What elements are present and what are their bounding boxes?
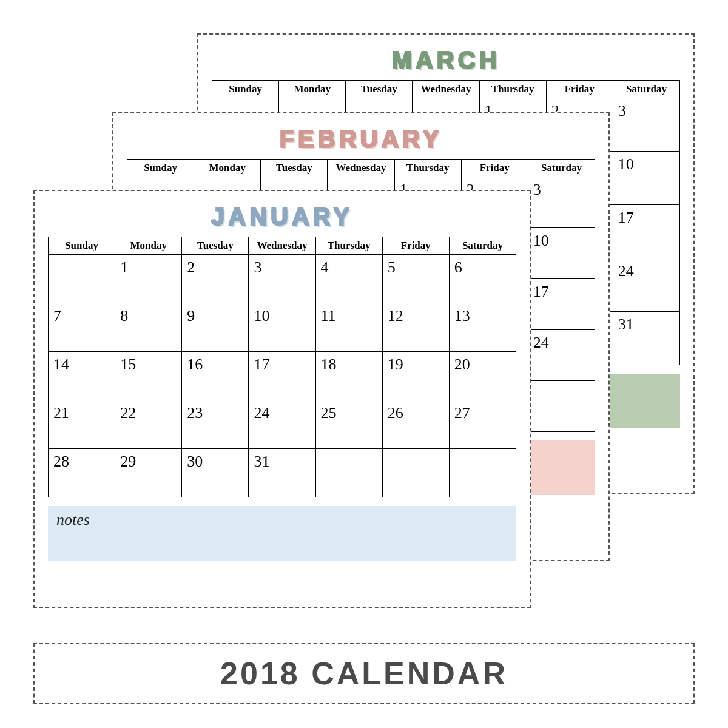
day-cell: 28 (49, 449, 115, 497)
day-cell: 24 (528, 330, 595, 381)
day-cell (315, 449, 382, 497)
day-cell: 5 (382, 255, 449, 303)
calendar-stack: MARCH Sunday Monday Tuesday Wednesday Th… (33, 33, 695, 610)
day-cell: 17 (528, 279, 595, 330)
day-cell: 24 (249, 400, 315, 449)
day-header: Friday (461, 160, 528, 177)
month-title-february: FEBRUARY (127, 126, 595, 153)
day-header: Tuesday (261, 160, 328, 177)
day-cell: 22 (115, 400, 182, 449)
day-cell: 30 (182, 449, 249, 497)
day-cell: 2 (182, 255, 249, 303)
day-cell (528, 381, 595, 432)
day-cell: 11 (315, 303, 382, 352)
day-header: Saturday (613, 81, 679, 98)
day-cell: 19 (382, 352, 449, 400)
day-header: Saturday (528, 160, 595, 177)
day-header: Sunday (49, 237, 115, 255)
day-cell: 17 (249, 352, 315, 400)
day-cell: 31 (249, 449, 315, 497)
day-header: Thursday (394, 160, 461, 177)
day-cell (449, 449, 516, 497)
day-cell: 14 (49, 352, 115, 400)
day-header: Monday (115, 237, 182, 255)
day-cell: 27 (449, 400, 516, 449)
day-header: Saturday (449, 237, 516, 255)
day-header: Tuesday (346, 81, 413, 98)
day-cell: 10 (613, 152, 679, 205)
day-cell: 18 (315, 352, 382, 400)
day-cell: 24 (613, 258, 679, 312)
calendar-body-january: 1234567891011121314151617181920212223242… (49, 255, 516, 497)
title-banner: 2018 CALENDAR (33, 643, 695, 704)
day-cell (382, 449, 449, 497)
day-cell: 20 (449, 352, 516, 400)
day-cell: 1 (115, 255, 182, 303)
day-cell: 8 (115, 303, 182, 352)
day-header: Friday (382, 237, 449, 255)
day-cell: 7 (49, 303, 115, 352)
day-cell: 26 (382, 400, 449, 449)
day-cell: 13 (449, 303, 516, 352)
day-header: Monday (194, 160, 261, 177)
day-header: Monday (279, 81, 346, 98)
day-cell: 3 (613, 98, 679, 152)
calendar-grid-january: Sunday Monday Tuesday Wednesday Thursday… (48, 237, 516, 497)
day-header: Friday (546, 81, 613, 98)
calendar-page-january: JANUARY Sunday Monday Tuesday Wednesday … (33, 190, 531, 608)
day-cell (49, 255, 115, 303)
day-cell: 23 (182, 400, 249, 449)
month-title-january: JANUARY (48, 203, 516, 231)
day-cell: 17 (613, 205, 679, 258)
day-cell: 29 (115, 449, 182, 497)
day-cell: 4 (315, 255, 382, 303)
day-cell: 10 (528, 228, 595, 279)
day-cell: 12 (382, 303, 449, 352)
notes-box-january: notes (48, 506, 516, 561)
day-header: Thursday (315, 237, 382, 255)
day-cell: 31 (613, 312, 679, 365)
day-cell: 16 (182, 352, 249, 400)
day-cell: 21 (49, 400, 115, 449)
day-header: Wednesday (413, 81, 479, 98)
day-cell: 3 (249, 255, 315, 303)
day-cell: 3 (528, 177, 595, 228)
day-header: Sunday (212, 81, 279, 98)
day-header: Thursday (479, 81, 546, 98)
title-banner-text: 2018 CALENDAR (220, 655, 508, 692)
day-cell: 15 (115, 352, 182, 400)
day-cell: 25 (315, 400, 382, 449)
day-header: Tuesday (182, 237, 249, 255)
month-title-march: MARCH (212, 47, 680, 74)
day-cell: 10 (249, 303, 315, 352)
day-header: Wednesday (249, 237, 315, 255)
day-cell: 9 (182, 303, 249, 352)
day-header: Sunday (127, 160, 194, 177)
day-header: Wednesday (328, 160, 394, 177)
day-cell: 6 (449, 255, 516, 303)
